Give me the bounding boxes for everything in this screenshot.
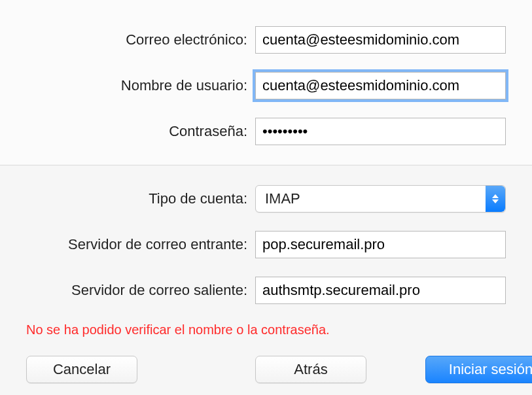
chevron-updown-icon (486, 186, 505, 212)
row-email: Correo electrónico: (26, 26, 506, 54)
credentials-section: Correo electrónico: Nombre de usuario: C… (0, 0, 532, 165)
back-button[interactable]: Atrás (255, 356, 366, 383)
row-password: Contraseña: (26, 118, 506, 145)
account-type-label: Tipo de cuenta: (26, 190, 255, 207)
button-bar: Cancelar Atrás Iniciar sesión (26, 356, 506, 395)
row-username: Nombre de usuario: (26, 72, 506, 99)
cancel-button[interactable]: Cancelar (26, 356, 137, 383)
outgoing-server-field[interactable] (255, 277, 506, 304)
row-account-type: Tipo de cuenta: IMAP (26, 185, 506, 213)
password-label: Contraseña: (26, 123, 255, 140)
outgoing-label: Servidor de correo saliente: (26, 282, 255, 299)
account-type-value: IMAP (265, 190, 300, 207)
password-field[interactable] (255, 118, 506, 145)
incoming-server-field[interactable] (255, 231, 506, 258)
row-outgoing: Servidor de correo saliente: (26, 277, 506, 304)
username-label: Nombre de usuario: (26, 77, 255, 94)
email-label: Correo electrónico: (26, 31, 255, 48)
error-message: No se ha podido verificar el nombre o la… (26, 322, 506, 337)
account-type-select[interactable]: IMAP (255, 185, 506, 213)
username-field[interactable] (255, 72, 506, 99)
login-button[interactable]: Iniciar sesión (425, 356, 532, 383)
server-section: Tipo de cuenta: IMAP Servidor de correo … (0, 165, 532, 395)
incoming-label: Servidor de correo entrante: (26, 236, 255, 253)
email-field[interactable] (255, 26, 506, 54)
row-incoming: Servidor de correo entrante: (26, 231, 506, 258)
